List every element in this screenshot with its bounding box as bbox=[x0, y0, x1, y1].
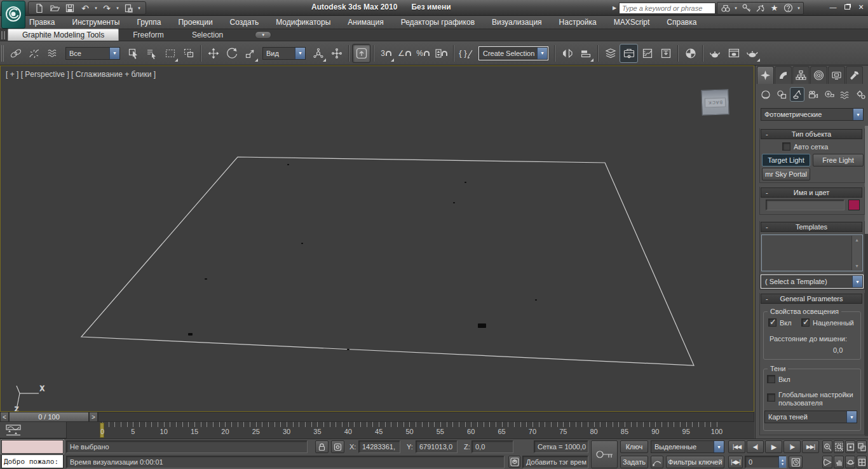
tab-graphite-modeling-tools[interactable]: Graphite Modeling Tools bbox=[8, 29, 119, 41]
auto-key-toggle[interactable]: Ключ bbox=[620, 440, 648, 453]
tab-create[interactable] bbox=[757, 66, 774, 84]
angle-snap-toggle-button[interactable]: ∠ bbox=[395, 44, 414, 63]
maximize-viewport-toggle[interactable] bbox=[857, 456, 867, 468]
zoom-button[interactable] bbox=[822, 440, 832, 453]
menu-item[interactable]: Инструменты bbox=[72, 18, 120, 27]
set-keys-button[interactable] bbox=[591, 440, 618, 468]
edit-named-selection-sets-button[interactable]: { } bbox=[457, 44, 475, 63]
orbit-button[interactable] bbox=[845, 456, 855, 468]
render-production-button[interactable] bbox=[743, 44, 761, 63]
menu-item[interactable]: MAXScript bbox=[614, 18, 650, 27]
align-button[interactable] bbox=[576, 44, 595, 63]
layer-manager-button[interactable] bbox=[601, 44, 620, 63]
general-parameters-rollout-header[interactable]: - General Parameters bbox=[761, 294, 862, 304]
scroll-down-icon[interactable]: ▾ bbox=[855, 263, 858, 269]
zoom-extents-button[interactable] bbox=[845, 440, 855, 453]
select-and-link-button[interactable] bbox=[6, 44, 25, 63]
time-slider-handle[interactable]: 0 / 100 bbox=[9, 412, 89, 422]
favorites-button[interactable]: ★ bbox=[768, 3, 780, 13]
select-and-manipulate-button[interactable] bbox=[327, 44, 346, 63]
reference-coordinate-system-dropdown[interactable]: Вид ▼ bbox=[262, 47, 306, 60]
material-editor-button[interactable] bbox=[681, 44, 700, 63]
scrollbar-thumb[interactable] bbox=[865, 126, 868, 234]
key-filters-button[interactable]: Фильтры ключей bbox=[666, 456, 724, 468]
snap-toggle-3d-button[interactable]: 3 bbox=[377, 44, 395, 63]
add-time-tag-field[interactable]: Добавить тэг врем bbox=[522, 456, 588, 468]
z-coordinate-field[interactable]: 0,0 bbox=[471, 440, 513, 453]
play-button[interactable]: ▶ bbox=[765, 440, 782, 453]
tab-display[interactable] bbox=[828, 66, 845, 84]
default-tangent-button[interactable] bbox=[651, 456, 663, 468]
menu-item[interactable]: Справка bbox=[667, 18, 696, 27]
key-mode-toggle[interactable]: |◀▶| bbox=[728, 456, 743, 468]
mr-sky-portal-button[interactable]: mr Sky Portal bbox=[762, 168, 810, 180]
viewport-label[interactable]: [ + ] [ Perspective ] [ Сглаживание + бл… bbox=[6, 70, 156, 79]
rectangular-selection-region-button[interactable] bbox=[161, 44, 179, 63]
previous-frame-arrow[interactable]: < bbox=[0, 412, 9, 422]
zoom-extents-all-button[interactable] bbox=[857, 440, 867, 453]
time-configuration-button[interactable] bbox=[789, 456, 803, 468]
select-object-button[interactable] bbox=[124, 44, 142, 63]
shadow-type-dropdown[interactable]: Карта теней ▼ bbox=[764, 411, 857, 423]
unlink-selection-button[interactable] bbox=[25, 44, 43, 63]
open-file-button[interactable] bbox=[48, 3, 62, 14]
current-frame-field[interactable]: 0 ▴▾ bbox=[745, 456, 787, 468]
tab-hierarchy[interactable] bbox=[792, 66, 810, 84]
field-of-view-button[interactable] bbox=[822, 456, 832, 468]
object-name-field[interactable] bbox=[766, 200, 844, 210]
open-mini-curve-editor-button[interactable] bbox=[4, 424, 23, 437]
curve-editor-button[interactable] bbox=[638, 44, 656, 63]
redo-button[interactable]: ↷ bbox=[100, 3, 114, 14]
category-systems-button[interactable] bbox=[853, 87, 868, 102]
search-dropdown[interactable]: ▾ bbox=[733, 6, 738, 11]
search-button[interactable] bbox=[719, 3, 731, 13]
communication-center-button[interactable] bbox=[754, 3, 766, 13]
menu-item[interactable]: Визуализация bbox=[492, 18, 542, 27]
toolbar-grip[interactable] bbox=[1, 45, 4, 62]
undo-button[interactable]: ↶ bbox=[78, 3, 92, 14]
autogrid-checkbox[interactable] bbox=[782, 142, 790, 151]
schematic-view-button[interactable] bbox=[656, 44, 675, 63]
trackbar-ruler[interactable]: 0510152025303540455055606570758085909510… bbox=[66, 422, 754, 438]
maxscript-listener-output[interactable]: Добро пожало: bbox=[1, 454, 64, 468]
mirror-button[interactable] bbox=[558, 44, 576, 63]
previous-frame-button[interactable]: ◀| bbox=[747, 440, 764, 453]
close-button[interactable]: × bbox=[855, 2, 867, 11]
menu-item[interactable]: Создать bbox=[230, 18, 259, 27]
help-dropdown[interactable]: ▾ bbox=[796, 6, 801, 11]
project-dropdown[interactable]: ▾ bbox=[137, 6, 142, 11]
global-settings-checkbox[interactable] bbox=[767, 393, 775, 402]
absolute-offset-mode-toggle[interactable] bbox=[331, 440, 344, 453]
ribbon-grip[interactable] bbox=[1, 31, 5, 39]
save-file-button[interactable] bbox=[63, 3, 77, 14]
select-and-rotate-button[interactable] bbox=[222, 44, 241, 63]
restore-button[interactable] bbox=[841, 2, 853, 11]
maxscript-listener-input[interactable] bbox=[1, 440, 64, 454]
keyboard-shortcut-override-toggle[interactable] bbox=[352, 44, 370, 63]
templates-listbox[interactable]: ▴ ▾ bbox=[761, 234, 863, 271]
project-folder-button[interactable] bbox=[121, 3, 135, 14]
selection-lock-toggle[interactable] bbox=[315, 440, 329, 453]
category-space-warps-button[interactable] bbox=[837, 87, 852, 102]
zoom-all-button[interactable] bbox=[834, 440, 844, 453]
rendered-frame-window-button[interactable] bbox=[724, 44, 743, 63]
bind-to-space-warp-button[interactable] bbox=[43, 44, 62, 63]
application-menu-button[interactable] bbox=[1, 1, 25, 29]
menu-item[interactable]: Группа bbox=[137, 18, 161, 27]
named-selection-sets-dropdown[interactable]: Create Selection Se ▼ bbox=[479, 47, 548, 60]
frame-spinner[interactable]: ▴▾ bbox=[778, 456, 786, 468]
object-color-swatch[interactable] bbox=[848, 200, 860, 210]
object-type-rollout-header[interactable]: - Тип объекта bbox=[761, 129, 862, 139]
tab-freeform[interactable]: Freeform bbox=[119, 29, 178, 41]
subscription-button[interactable] bbox=[740, 3, 752, 13]
redo-dropdown[interactable]: ▾ bbox=[115, 6, 120, 11]
time-slider-track[interactable] bbox=[98, 412, 754, 422]
category-shapes-button[interactable] bbox=[774, 87, 789, 102]
tab-utilities[interactable] bbox=[846, 66, 863, 84]
menu-item[interactable]: Анимация bbox=[348, 18, 383, 27]
minimize-button[interactable]: — bbox=[827, 2, 839, 11]
set-key-toggle[interactable]: Задать bbox=[620, 456, 648, 468]
undo-dropdown[interactable]: ▾ bbox=[93, 6, 98, 11]
templates-scrollbar[interactable]: ▴ ▾ bbox=[851, 236, 862, 270]
render-setup-button[interactable] bbox=[706, 44, 724, 63]
